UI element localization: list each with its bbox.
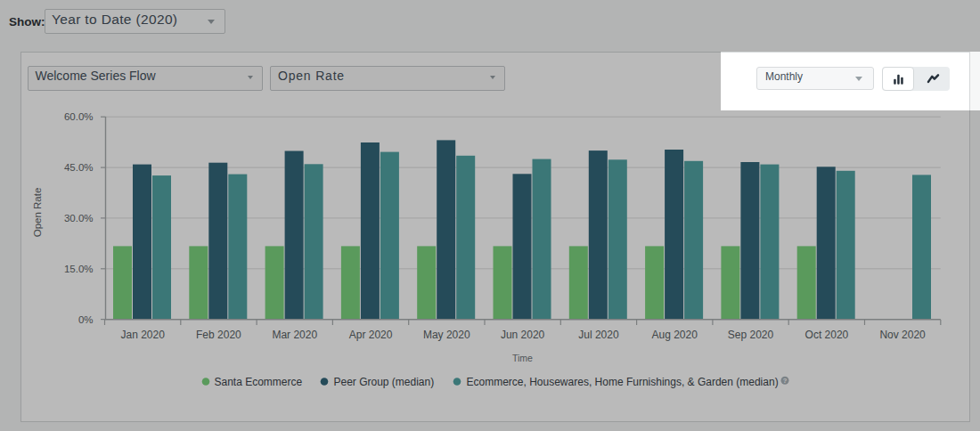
svg-text:15.0%: 15.0% [64, 264, 94, 274]
svg-text:45.0%: 45.0% [64, 162, 94, 173]
svg-text:Open Rate: Open Rate [32, 188, 43, 238]
svg-text:0%: 0% [78, 314, 94, 325]
svg-text:Santa Ecommerce: Santa Ecommerce [215, 376, 303, 388]
svg-text:Jun 2020: Jun 2020 [501, 329, 545, 341]
svg-text:Nov 2020: Nov 2020 [879, 329, 926, 341]
svg-text:Oct 2020: Oct 2020 [805, 329, 849, 341]
svg-text:Ecommerce, Housewares, Home Fu: Ecommerce, Housewares, Home Furnishings,… [467, 376, 779, 388]
svg-text:60.0%: 60.0% [64, 111, 94, 122]
svg-text:Apr 2020: Apr 2020 [349, 329, 393, 341]
svg-text:Aug 2020: Aug 2020 [652, 329, 698, 341]
svg-text:Time: Time [512, 353, 533, 363]
svg-text:Sep 2020: Sep 2020 [728, 329, 774, 341]
svg-text:Peer Group (median): Peer Group (median) [334, 376, 435, 388]
svg-text:Jan 2020: Jan 2020 [121, 329, 166, 341]
svg-text:30.0%: 30.0% [64, 213, 94, 224]
svg-text:May 2020: May 2020 [423, 329, 470, 341]
svg-text:Feb 2020: Feb 2020 [196, 329, 241, 341]
svg-text:Mar 2020: Mar 2020 [272, 329, 317, 341]
svg-text:Jul 2020: Jul 2020 [578, 329, 619, 341]
svg-text:?: ? [783, 377, 788, 385]
